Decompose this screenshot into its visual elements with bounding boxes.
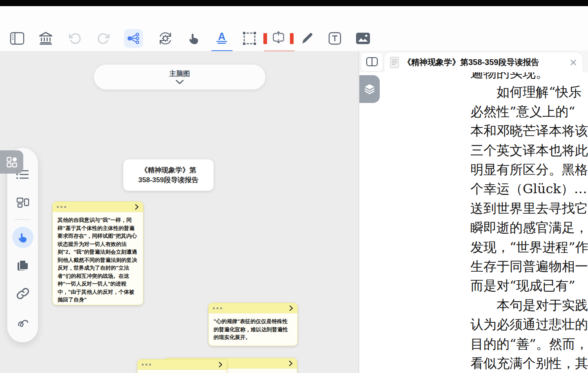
document-text-line: 认为必须通过悲壮的 [470, 316, 588, 333]
copy-cards-icon [16, 259, 30, 272]
dots-icon [213, 307, 222, 309]
hand-pan-icon [17, 231, 29, 243]
mindmap-canvas: 主脑图 《精神现象学》第 358-359段导读报告 其他的自我意识与"我"一样，… [0, 51, 359, 373]
highlight-underline-icon [216, 41, 227, 44]
chevron-right-icon[interactable] [289, 305, 293, 311]
redo-button[interactable] [96, 32, 109, 45]
chevron-right-icon[interactable] [218, 362, 223, 368]
note-card[interactable]: "心的规律"表征的仅仅是特殊性的普遍化宣称，难以达到普遍性的现实化展开。 [208, 303, 298, 346]
note-card-text: "心的规律"表征的仅仅是特殊性的普遍化宣称，难以达到普遍性的现实化展开。 [209, 313, 297, 346]
note-card-header [209, 303, 297, 313]
card-layout-button[interactable] [16, 197, 30, 209]
split-view-button[interactable] [361, 52, 383, 71]
text-box-icon [328, 31, 342, 45]
marquee-select-icon [242, 31, 257, 46]
fit-width-icon [263, 29, 294, 47]
card-layout-icon [16, 197, 30, 209]
canvas-tool-sidebar [7, 148, 38, 342]
root-node[interactable]: 《精神现象学》第 358-359段导读报告 [123, 159, 214, 191]
map-selector-label: 主脑图 [169, 69, 190, 78]
document-text-line: 本和邓晓芒译本将该 [470, 123, 588, 139]
undo-icon [69, 32, 82, 45]
app-window: A [0, 0, 588, 373]
image-button[interactable] [355, 31, 371, 46]
hand-tool-icon [187, 31, 201, 45]
document-tab[interactable]: 《精神现象学》第358-359段导读报告 [384, 52, 583, 72]
undo-button[interactable] [69, 32, 82, 45]
document-text-line: 明显有所区分。黑格 [470, 161, 588, 178]
document-text-line: 三个英文译本也将此 [470, 142, 588, 159]
marquee-select-button[interactable] [242, 31, 257, 46]
library-button[interactable] [38, 31, 53, 46]
note-card-header [53, 202, 143, 212]
document-text-line: 送到世界里去寻找它 [470, 200, 588, 217]
scribble-button[interactable] [17, 317, 29, 329]
dots-icon [57, 206, 66, 208]
close-tab-button[interactable] [570, 59, 577, 66]
layers-tab-button[interactable] [359, 75, 380, 103]
scribble-icon [17, 317, 29, 329]
highlight-letter: A [218, 32, 225, 41]
grid-apps-button[interactable] [0, 150, 23, 174]
document-text-line: 如何理解“快乐 [470, 84, 581, 100]
document-panel: 遍物的实现。如何理解“快乐必然性”意义上的“本和邓晓芒译本将该三个英文译本也将此… [359, 51, 588, 373]
document-icon [390, 57, 399, 68]
close-icon [570, 59, 577, 66]
library-icon [38, 31, 53, 46]
chevron-down-icon [175, 80, 185, 85]
text-box-button[interactable] [328, 31, 342, 45]
status-bar [0, 0, 588, 6]
auto-arrange-icon [157, 30, 174, 47]
document-text-line: 发现，“世界进程”作 [470, 239, 588, 255]
note-card-header [138, 360, 227, 370]
auto-arrange-button[interactable] [157, 30, 174, 47]
highlight-text-button[interactable]: A [214, 29, 230, 47]
fit-width-button[interactable] [263, 29, 294, 48]
document-text-line: 目的的“善”。然而， [470, 336, 588, 352]
dots-icon [142, 364, 151, 366]
mindmap-mode-icon [126, 31, 141, 46]
note-card[interactable]: 其他的自我意识与"我"一样，同样"基于其个体性的主体性的普遍要求而存在"，同样试… [52, 201, 143, 305]
grid-apps-icon [6, 156, 18, 168]
pen-button[interactable] [300, 31, 314, 46]
note-card-text [138, 370, 227, 373]
document-text-line: 而是对“现成已有” [470, 277, 575, 294]
link-button[interactable] [16, 287, 29, 300]
document-page: 遍物的实现。如何理解“快乐必然性”意义上的“本和邓晓芒译本将该三个英文译本也将此… [359, 51, 588, 373]
sidebar-toggle-icon [9, 31, 25, 46]
document-text-line: 本句是对于实践 [470, 297, 588, 313]
mindmap-mode-button[interactable] [124, 29, 143, 48]
sidebar-toggle-button[interactable] [9, 31, 25, 46]
copy-cards-button[interactable] [16, 259, 30, 272]
link-icon [16, 287, 29, 300]
document-text-line: 生存于同普遍物相一 [470, 258, 588, 275]
hand-pan-button[interactable] [12, 227, 33, 248]
note-card[interactable] [137, 359, 227, 373]
note-card-text: 其他的自我意识与"我"一样，同样"基于其个体性的主体性的普遍要求而存在"，同样试… [53, 212, 143, 305]
root-node-title-line2: 358-359段导读报告 [138, 175, 198, 185]
document-text-line: 瞬即逝的感官满足，而 [470, 219, 588, 236]
chevron-right-icon[interactable] [289, 360, 293, 366]
chevron-right-icon[interactable] [135, 204, 139, 210]
split-view-icon [365, 55, 379, 69]
layers-icon [363, 83, 376, 95]
document-text-line: 个幸运（Glück）…… [470, 181, 588, 197]
document-tab-title: 《精神现象学》第358-359段导读报告 [403, 57, 566, 68]
redo-icon [97, 32, 109, 45]
main-toolbar: A [0, 6, 588, 51]
document-text-line: 必然性”意义上的“ [470, 103, 575, 120]
document-text-line: 看似充满个别性，其 [470, 355, 588, 371]
sidebar-divider [15, 219, 31, 220]
map-selector[interactable]: 主脑图 [94, 65, 265, 89]
document-tab-bar: 《精神现象学》第358-359段导读报告 [359, 51, 588, 72]
hand-tool-button[interactable] [186, 31, 202, 46]
pen-icon [300, 31, 314, 46]
root-node-title-line1: 《精神现象学》第 [141, 165, 196, 175]
image-icon [355, 31, 371, 46]
